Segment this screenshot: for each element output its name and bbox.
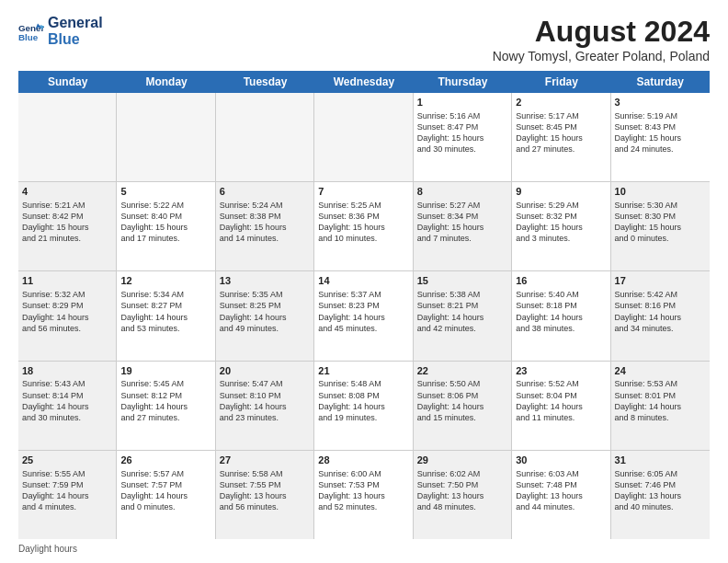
page: General Blue General Blue August 2024 No… bbox=[0, 0, 728, 563]
calendar-row-4: 25Sunrise: 5:55 AM Sunset: 7:59 PM Dayli… bbox=[18, 451, 710, 539]
day-info: Sunrise: 5:24 AM Sunset: 8:38 PM Dayligh… bbox=[220, 201, 287, 243]
day-info: Sunrise: 5:47 AM Sunset: 8:10 PM Dayligh… bbox=[220, 379, 287, 421]
day-info: Sunrise: 5:37 AM Sunset: 8:23 PM Dayligh… bbox=[318, 290, 385, 332]
cal-cell-0-6: 3Sunrise: 5:19 AM Sunset: 8:43 PM Daylig… bbox=[611, 93, 710, 181]
day-number: 4 bbox=[22, 185, 112, 199]
day-info: Sunrise: 5:29 AM Sunset: 8:32 PM Dayligh… bbox=[516, 201, 583, 243]
cal-cell-1-6: 10Sunrise: 5:30 AM Sunset: 8:30 PM Dayli… bbox=[611, 182, 710, 270]
cal-cell-4-2: 27Sunrise: 5:58 AM Sunset: 7:55 PM Dayli… bbox=[216, 451, 314, 539]
cal-cell-2-2: 13Sunrise: 5:35 AM Sunset: 8:25 PM Dayli… bbox=[216, 271, 314, 360]
day-info: Sunrise: 5:34 AM Sunset: 8:27 PM Dayligh… bbox=[120, 290, 188, 332]
cal-cell-1-3: 7Sunrise: 5:25 AM Sunset: 8:36 PM Daylig… bbox=[314, 182, 413, 270]
day-number: 27 bbox=[220, 454, 310, 467]
cal-cell-4-5: 30Sunrise: 6:03 AM Sunset: 7:48 PM Dayli… bbox=[512, 451, 610, 539]
month-year: August 2024 bbox=[493, 15, 710, 49]
cal-cell-0-0 bbox=[18, 93, 117, 181]
cal-cell-3-2: 20Sunrise: 5:47 AM Sunset: 8:10 PM Dayli… bbox=[216, 362, 314, 450]
day-number: 16 bbox=[516, 274, 606, 288]
cal-cell-4-1: 26Sunrise: 5:57 AM Sunset: 7:57 PM Dayli… bbox=[117, 451, 215, 539]
day-info: Sunrise: 5:48 AM Sunset: 8:08 PM Dayligh… bbox=[318, 379, 385, 421]
day-info: Sunrise: 6:05 AM Sunset: 7:46 PM Dayligh… bbox=[615, 469, 682, 511]
header-tuesday: Tuesday bbox=[216, 71, 314, 93]
day-number: 11 bbox=[22, 274, 112, 288]
cal-cell-1-0: 4Sunrise: 5:21 AM Sunset: 8:42 PM Daylig… bbox=[18, 182, 117, 270]
cal-cell-2-5: 16Sunrise: 5:40 AM Sunset: 8:18 PM Dayli… bbox=[512, 271, 610, 360]
cal-cell-3-3: 21Sunrise: 5:48 AM Sunset: 8:08 PM Dayli… bbox=[314, 362, 413, 450]
cal-cell-3-6: 24Sunrise: 5:53 AM Sunset: 8:01 PM Dayli… bbox=[611, 362, 710, 450]
cal-cell-0-1 bbox=[117, 93, 215, 181]
day-number: 25 bbox=[22, 454, 112, 467]
calendar-body: 1Sunrise: 5:16 AM Sunset: 8:47 PM Daylig… bbox=[18, 93, 710, 539]
calendar-header: Sunday Monday Tuesday Wednesday Thursday… bbox=[18, 71, 710, 93]
cal-cell-1-1: 5Sunrise: 5:22 AM Sunset: 8:40 PM Daylig… bbox=[117, 182, 215, 270]
day-number: 31 bbox=[615, 454, 706, 467]
day-number: 14 bbox=[318, 274, 408, 288]
day-info: Sunrise: 6:00 AM Sunset: 7:53 PM Dayligh… bbox=[318, 469, 385, 511]
cal-cell-2-6: 17Sunrise: 5:42 AM Sunset: 8:16 PM Dayli… bbox=[611, 271, 710, 360]
day-info: Sunrise: 5:32 AM Sunset: 8:29 PM Dayligh… bbox=[22, 290, 89, 332]
cal-cell-0-2 bbox=[216, 93, 314, 181]
day-info: Sunrise: 5:19 AM Sunset: 8:43 PM Dayligh… bbox=[615, 111, 682, 154]
day-number: 26 bbox=[120, 454, 210, 467]
day-number: 30 bbox=[516, 454, 606, 467]
day-number: 7 bbox=[318, 185, 408, 199]
day-info: Sunrise: 6:02 AM Sunset: 7:50 PM Dayligh… bbox=[417, 469, 484, 511]
cal-cell-2-1: 12Sunrise: 5:34 AM Sunset: 8:27 PM Dayli… bbox=[117, 271, 215, 360]
cal-cell-2-4: 15Sunrise: 5:38 AM Sunset: 8:21 PM Dayli… bbox=[414, 271, 512, 360]
day-number: 2 bbox=[516, 96, 606, 109]
day-number: 3 bbox=[615, 96, 706, 109]
day-number: 6 bbox=[220, 185, 310, 199]
cal-cell-0-5: 2Sunrise: 5:17 AM Sunset: 8:45 PM Daylig… bbox=[512, 93, 610, 181]
svg-text:Blue: Blue bbox=[18, 31, 39, 41]
cal-cell-4-4: 29Sunrise: 6:02 AM Sunset: 7:50 PM Dayli… bbox=[414, 451, 512, 539]
cal-cell-4-6: 31Sunrise: 6:05 AM Sunset: 7:46 PM Dayli… bbox=[611, 451, 710, 539]
day-number: 18 bbox=[22, 364, 112, 378]
cal-cell-3-1: 19Sunrise: 5:45 AM Sunset: 8:12 PM Dayli… bbox=[117, 362, 215, 450]
header: General Blue General Blue August 2024 No… bbox=[18, 15, 710, 63]
cal-cell-3-4: 22Sunrise: 5:50 AM Sunset: 8:06 PM Dayli… bbox=[414, 362, 512, 450]
header-friday: Friday bbox=[512, 71, 610, 93]
day-info: Sunrise: 6:03 AM Sunset: 7:48 PM Dayligh… bbox=[516, 469, 583, 511]
cal-cell-2-3: 14Sunrise: 5:37 AM Sunset: 8:23 PM Dayli… bbox=[314, 271, 413, 360]
header-thursday: Thursday bbox=[414, 71, 512, 93]
day-number: 22 bbox=[417, 364, 507, 378]
day-info: Sunrise: 5:30 AM Sunset: 8:30 PM Dayligh… bbox=[615, 201, 682, 243]
day-info: Sunrise: 5:22 AM Sunset: 8:40 PM Dayligh… bbox=[120, 201, 188, 243]
day-number: 9 bbox=[516, 185, 606, 199]
day-info: Sunrise: 5:57 AM Sunset: 7:57 PM Dayligh… bbox=[120, 469, 188, 511]
day-info: Sunrise: 5:42 AM Sunset: 8:16 PM Dayligh… bbox=[615, 290, 682, 332]
day-info: Sunrise: 5:55 AM Sunset: 7:59 PM Dayligh… bbox=[22, 469, 89, 511]
cal-cell-1-2: 6Sunrise: 5:24 AM Sunset: 8:38 PM Daylig… bbox=[216, 182, 314, 270]
day-info: Sunrise: 5:58 AM Sunset: 7:55 PM Dayligh… bbox=[220, 469, 287, 511]
cal-cell-3-0: 18Sunrise: 5:43 AM Sunset: 8:14 PM Dayli… bbox=[18, 362, 117, 450]
day-number: 19 bbox=[120, 364, 210, 378]
day-number: 24 bbox=[615, 364, 706, 378]
calendar-row-3: 18Sunrise: 5:43 AM Sunset: 8:14 PM Dayli… bbox=[18, 362, 710, 451]
day-info: Sunrise: 5:52 AM Sunset: 8:04 PM Dayligh… bbox=[516, 379, 583, 421]
day-number: 5 bbox=[120, 185, 210, 199]
cal-cell-3-5: 23Sunrise: 5:52 AM Sunset: 8:04 PM Dayli… bbox=[512, 362, 610, 450]
day-number: 8 bbox=[417, 185, 507, 199]
header-monday: Monday bbox=[117, 71, 215, 93]
day-info: Sunrise: 5:17 AM Sunset: 8:45 PM Dayligh… bbox=[516, 111, 583, 154]
calendar-row-0: 1Sunrise: 5:16 AM Sunset: 8:47 PM Daylig… bbox=[18, 93, 710, 182]
day-number: 21 bbox=[318, 364, 408, 378]
day-number: 12 bbox=[120, 274, 210, 288]
day-info: Sunrise: 5:16 AM Sunset: 8:47 PM Dayligh… bbox=[417, 111, 484, 154]
day-info: Sunrise: 5:53 AM Sunset: 8:01 PM Dayligh… bbox=[615, 379, 682, 421]
day-number: 10 bbox=[615, 185, 706, 199]
cal-cell-0-3 bbox=[314, 93, 413, 181]
logo-text-general: General bbox=[48, 15, 103, 31]
day-number: 1 bbox=[417, 96, 507, 109]
logo-text-blue: Blue bbox=[48, 31, 103, 48]
cal-cell-0-4: 1Sunrise: 5:16 AM Sunset: 8:47 PM Daylig… bbox=[414, 93, 512, 181]
day-info: Sunrise: 5:27 AM Sunset: 8:34 PM Dayligh… bbox=[417, 201, 484, 243]
cal-cell-1-4: 8Sunrise: 5:27 AM Sunset: 8:34 PM Daylig… bbox=[414, 182, 512, 270]
day-number: 13 bbox=[220, 274, 310, 288]
day-number: 15 bbox=[417, 274, 507, 288]
title-block: August 2024 Nowy Tomysl, Greater Poland,… bbox=[493, 15, 710, 63]
cal-cell-4-3: 28Sunrise: 6:00 AM Sunset: 7:53 PM Dayli… bbox=[314, 451, 413, 539]
header-wednesday: Wednesday bbox=[314, 71, 413, 93]
day-info: Sunrise: 5:43 AM Sunset: 8:14 PM Dayligh… bbox=[22, 379, 89, 421]
day-number: 29 bbox=[417, 454, 507, 467]
